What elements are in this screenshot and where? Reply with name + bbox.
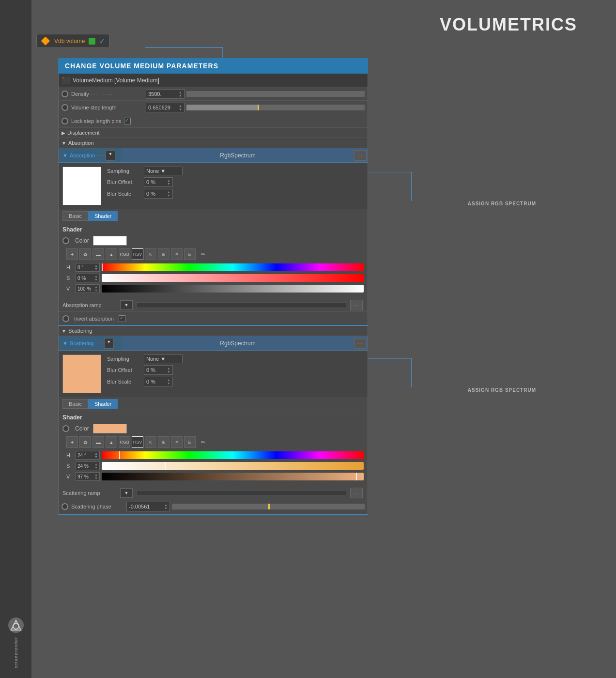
absorption-icon-hash[interactable]: # bbox=[171, 248, 183, 260]
scattering-icon-mountain[interactable]: ▲ bbox=[106, 436, 117, 448]
density-spinners[interactable]: ▲▼ bbox=[179, 91, 182, 97]
scattering-ramp-dropdown[interactable]: ▼ bbox=[120, 488, 133, 498]
scattering-v-value[interactable]: 97 % ▲▼ bbox=[76, 472, 100, 481]
scattering-blur-scale-value[interactable]: 0 % ▲▼ bbox=[144, 377, 173, 386]
absorption-icon-hsv[interactable]: HSV bbox=[132, 248, 143, 260]
density-slider[interactable] bbox=[186, 91, 365, 97]
scattering-icon-rect[interactable]: ▬ bbox=[92, 436, 104, 448]
absorption-icon-rect[interactable]: ▬ bbox=[92, 248, 104, 260]
scattering-triangle-icon: ▼ bbox=[62, 328, 66, 334]
absorption-icon-k[interactable]: K bbox=[145, 248, 156, 260]
scattering-h-slider[interactable] bbox=[102, 451, 364, 459]
scattering-phase-value[interactable]: -0.00561 ▲▼ bbox=[126, 502, 170, 511]
scattering-color-circle[interactable] bbox=[62, 425, 69, 432]
scattering-icon-hash[interactable]: # bbox=[171, 436, 183, 448]
absorption-section-header[interactable]: ▼ Absorption bbox=[59, 138, 368, 148]
scattering-tab-basic[interactable]: Basic bbox=[62, 399, 88, 409]
displacement-triangle-icon: ▶ bbox=[62, 130, 65, 136]
scattering-sampling-label: Sampling bbox=[107, 356, 141, 362]
scattering-dots-btn[interactable]: ··· bbox=[354, 338, 367, 349]
scattering-ramp-dots-btn[interactable]: ··· bbox=[350, 488, 363, 498]
absorption-blur-scale-spinners[interactable]: ▲▼ bbox=[167, 190, 170, 197]
volume-step-row: Volume step length 0.650629 ▲▼ bbox=[59, 101, 368, 114]
absorption-tab-basic[interactable]: Basic bbox=[62, 211, 88, 221]
scattering-spectrum-label-btn[interactable]: ▼ Scattering · · · ▼ bbox=[59, 336, 122, 350]
vdb-label: Vdb volume bbox=[54, 38, 85, 45]
scattering-sampling-select[interactable]: None ▼ bbox=[144, 354, 183, 363]
scattering-h-value[interactable]: 24 ° ▲▼ bbox=[76, 451, 100, 460]
absorption-icon-grid[interactable]: ⊞ bbox=[158, 248, 169, 260]
absorption-spectrum-label-btn[interactable]: ▼ Absorption · · · ▼ bbox=[59, 148, 122, 162]
scattering-label: Scattering bbox=[68, 328, 92, 334]
absorption-icon-eyedropper[interactable]: ✏ bbox=[197, 248, 209, 260]
scattering-blur-scale-label: Blur Scale bbox=[107, 379, 141, 385]
absorption-color-box bbox=[62, 167, 101, 205]
absorption-color-row: Color bbox=[62, 236, 364, 246]
absorption-v-value[interactable]: 100 % ▲▼ bbox=[76, 284, 100, 293]
sidebar-logo: octanerender bbox=[6, 616, 26, 668]
absorption-dots-btn[interactable]: ··· bbox=[354, 150, 367, 161]
absorption-sampling-select[interactable]: None ▼ bbox=[144, 167, 183, 175]
scattering-expanded-block: Sampling None ▼ Blur Offset 0 % ▲▼ bbox=[59, 351, 368, 515]
absorption-blur-offset-spinners[interactable]: ▲▼ bbox=[167, 179, 170, 185]
scattering-ramp-track[interactable] bbox=[137, 490, 346, 496]
absorption-dropdown[interactable]: ▼ bbox=[106, 150, 115, 161]
scattering-spectrum-name: RgbSpectrum bbox=[122, 340, 354, 347]
invert-absorption-circle[interactable] bbox=[62, 315, 69, 322]
scattering-icon-flower[interactable]: ✿ bbox=[79, 436, 91, 448]
absorption-s-value[interactable]: 0 % ▲▼ bbox=[76, 274, 100, 282]
scattering-icon-eyedropper[interactable]: ✏ bbox=[197, 436, 209, 448]
scattering-dropdown[interactable]: ▼ bbox=[104, 338, 114, 349]
scattering-v-slider[interactable] bbox=[102, 473, 364, 480]
absorption-h-slider[interactable] bbox=[102, 263, 364, 271]
scattering-dots: · · · bbox=[95, 340, 102, 346]
scattering-phase-circle[interactable] bbox=[62, 503, 68, 510]
absorption-icon-flower[interactable]: ✿ bbox=[79, 248, 91, 260]
absorption-v-slider[interactable] bbox=[102, 285, 364, 293]
scattering-ramp-dots-icon: ··· bbox=[354, 491, 359, 495]
absorption-label: Absorption bbox=[68, 140, 94, 146]
absorption-ramp-track[interactable] bbox=[137, 302, 346, 308]
absorption-icon-grid2[interactable]: ⊟ bbox=[184, 248, 196, 260]
absorption-icon-mountain[interactable]: ▲ bbox=[106, 248, 117, 260]
scattering-phase-slider[interactable] bbox=[172, 504, 365, 509]
absorption-triangle-icon: ▼ bbox=[62, 140, 66, 146]
absorption-s-slider[interactable] bbox=[102, 274, 364, 282]
absorption-h-value[interactable]: 0 ° ▲▼ bbox=[76, 263, 100, 272]
density-circle-btn[interactable] bbox=[62, 91, 68, 97]
density-value[interactable]: 3500. ▲▼ bbox=[146, 89, 185, 99]
absorption-tab-shader[interactable]: Shader bbox=[88, 211, 118, 221]
scattering-icon-grid[interactable]: ⊞ bbox=[158, 436, 169, 448]
vol-step-spinners[interactable]: ▲▼ bbox=[179, 104, 182, 111]
scattering-section-header[interactable]: ▼ Scattering bbox=[59, 326, 368, 336]
vol-step-value[interactable]: 0.650629 ▲▼ bbox=[146, 103, 185, 112]
scattering-icon-k[interactable]: K bbox=[145, 436, 156, 448]
scattering-icon-rgb[interactable]: RGB bbox=[119, 436, 130, 448]
vdb-volume-node[interactable]: 🔶 Vdb volume ✓ bbox=[36, 34, 109, 48]
absorption-blur-scale-value[interactable]: 0 % ▲▼ bbox=[144, 189, 173, 199]
scattering-icon-cross[interactable]: ✦ bbox=[66, 436, 78, 448]
absorption-blur-offset-value[interactable]: 0 % ▲▼ bbox=[144, 177, 173, 187]
scattering-s-slider[interactable] bbox=[102, 462, 364, 470]
absorption-color-swatch[interactable] bbox=[93, 236, 127, 246]
vol-step-circle-btn[interactable] bbox=[62, 104, 68, 111]
absorption-color-circle[interactable] bbox=[62, 237, 69, 244]
invert-absorption-checkbox[interactable] bbox=[119, 315, 125, 322]
vol-step-slider[interactable] bbox=[186, 105, 365, 110]
absorption-blur-scale-label: Blur Scale bbox=[107, 191, 141, 197]
displacement-section-header[interactable]: ▶ Displacement bbox=[59, 128, 368, 138]
scattering-s-value[interactable]: 24 % ▲▼ bbox=[76, 462, 100, 470]
scattering-color-swatch[interactable] bbox=[93, 424, 127, 433]
scattering-icon-hsv[interactable]: HSV bbox=[132, 436, 143, 448]
absorption-tab-row: Basic Shader bbox=[59, 209, 368, 223]
absorption-icon-cross[interactable]: ✦ bbox=[66, 248, 78, 260]
scattering-icon-grid2[interactable]: ⊟ bbox=[184, 436, 196, 448]
scattering-blur-offset-value[interactable]: 0 % ▲▼ bbox=[144, 365, 173, 375]
lock-step-circle-btn[interactable] bbox=[62, 118, 68, 124]
absorption-ramp-dropdown[interactable]: ▼ bbox=[120, 300, 133, 310]
scattering-tab-shader[interactable]: Shader bbox=[88, 399, 118, 409]
lock-step-checkbox[interactable] bbox=[124, 118, 131, 124]
absorption-expanded-block: Sampling None ▼ Blur Offset 0 % ▲▼ bbox=[59, 163, 368, 326]
absorption-ramp-dots-btn[interactable]: ··· bbox=[350, 300, 363, 310]
absorption-icon-rgb[interactable]: RGB bbox=[119, 248, 130, 260]
